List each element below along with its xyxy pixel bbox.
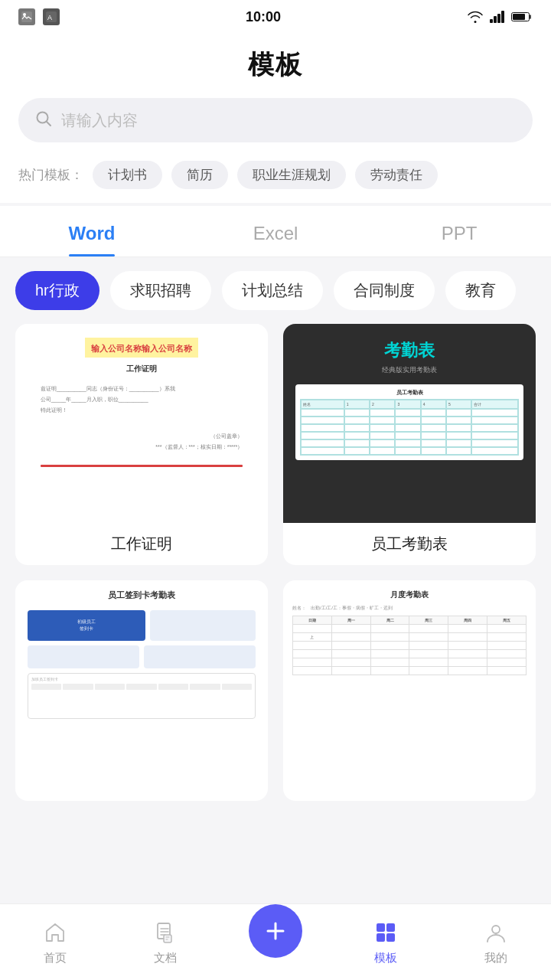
image-icon [18, 8, 35, 25]
chip-plan[interactable]: 计划总结 [222, 271, 323, 310]
nav-docs[interactable]: 文档 [110, 919, 220, 965]
nav-add[interactable] [220, 904, 331, 965]
template-card-1[interactable]: 输入公司名称输入公司名称 工作证明 兹证明__________同志（身份证号：_… [15, 324, 268, 565]
svg-rect-7 [501, 11, 504, 23]
hot-tag-2[interactable]: 职业生涯规划 [237, 161, 346, 189]
nav-profile[interactable]: 我的 [441, 919, 551, 965]
chip-edu[interactable]: 教育 [445, 271, 516, 310]
app-icon: A [43, 8, 60, 25]
template-preview-1: 输入公司名称输入公司名称 工作证明 兹证明__________同志（身份证号：_… [15, 324, 268, 523]
nav-docs-label: 文档 [154, 951, 177, 965]
svg-rect-9 [513, 14, 525, 20]
chip-recruit[interactable]: 求职招聘 [110, 271, 211, 310]
hot-tag-1[interactable]: 简历 [171, 161, 228, 189]
search-bar[interactable]: 请输入内容 [18, 98, 533, 142]
battery-icon [511, 11, 533, 23]
template-grid: 输入公司名称输入公司名称 工作证明 兹证明__________同志（身份证号：_… [0, 324, 551, 877]
tab-excel[interactable]: Excel [184, 206, 367, 256]
svg-rect-14 [377, 923, 385, 932]
template-card-3[interactable]: 员工签到卡考勤表 初级员工签到卡 加班员工签到卡 [15, 580, 268, 801]
page-title: 模板 [248, 50, 303, 79]
tab-ppt[interactable]: PPT [367, 206, 551, 256]
bottom-nav: 首页 文档 模板 [0, 903, 551, 980]
template-name-3 [15, 779, 268, 801]
signal-icon [490, 11, 505, 23]
nav-templates[interactable]: 模板 [331, 919, 441, 965]
template-preview-2: 考勤表 经典版实用考勤表 员工考勤表 姓名 1 2 3 4 5 合计 [283, 324, 536, 523]
template-preview-3: 员工签到卡考勤表 初级员工签到卡 加班员工签到卡 [15, 580, 268, 779]
hot-tag-3[interactable]: 劳动责任 [355, 161, 438, 189]
status-right-icons [467, 11, 533, 23]
template-preview-4: 月度考勤表 姓名： 出勤/工/工/工：事假・病假・旷工・迟到 日期 周一 周二 … [283, 580, 536, 779]
svg-point-18 [492, 926, 500, 933]
svg-rect-12 [164, 935, 171, 942]
templates-icon [372, 919, 399, 946]
nav-home[interactable]: 首页 [0, 919, 110, 965]
home-icon [41, 919, 69, 946]
svg-rect-4 [490, 19, 493, 23]
search-icon [35, 110, 52, 131]
svg-rect-0 [21, 11, 32, 22]
nav-profile-label: 我的 [484, 951, 507, 965]
nav-home-label: 首页 [44, 951, 67, 965]
docs-icon [152, 919, 179, 946]
svg-rect-6 [497, 14, 500, 23]
template-card-4[interactable]: 月度考勤表 姓名： 出勤/工/工/工：事假・病假・旷工・迟到 日期 周一 周二 … [283, 580, 536, 801]
add-button[interactable] [249, 904, 302, 958]
profile-icon [482, 919, 510, 946]
svg-rect-16 [377, 933, 385, 942]
page-header: 模板 [0, 34, 551, 90]
search-container: 请输入内容 [0, 90, 551, 155]
status-left-icons: A [18, 8, 60, 25]
nav-templates-label: 模板 [374, 951, 397, 965]
chip-contract[interactable]: 合同制度 [334, 271, 435, 310]
template-name-1: 工作证明 [15, 523, 268, 565]
category-chips: hr行政 求职招聘 计划总结 合同制度 教育 [0, 257, 551, 324]
chip-hr[interactable]: hr行政 [15, 271, 99, 310]
tab-word[interactable]: Word [0, 206, 184, 256]
svg-rect-5 [494, 16, 497, 23]
status-bar: A 10:00 [0, 0, 551, 34]
svg-rect-15 [386, 923, 395, 932]
svg-text:A: A [47, 14, 52, 21]
template-name-2: 员工考勤表 [283, 523, 536, 565]
hot-tag-0[interactable]: 计划书 [93, 161, 162, 189]
status-time: 10:00 [246, 9, 281, 25]
search-placeholder: 请输入内容 [61, 110, 138, 131]
hot-tags-label: 热门模板： [18, 166, 83, 184]
template-card-2[interactable]: 考勤表 经典版实用考勤表 员工考勤表 姓名 1 2 3 4 5 合计 [283, 324, 536, 565]
wifi-icon [467, 11, 484, 23]
template-name-4 [283, 779, 536, 801]
svg-rect-17 [386, 933, 395, 942]
doc-type-tabs: Word Excel PPT [0, 206, 551, 257]
hot-tags-container: 热门模板： 计划书 简历 职业生涯规划 劳动责任 [0, 155, 551, 203]
